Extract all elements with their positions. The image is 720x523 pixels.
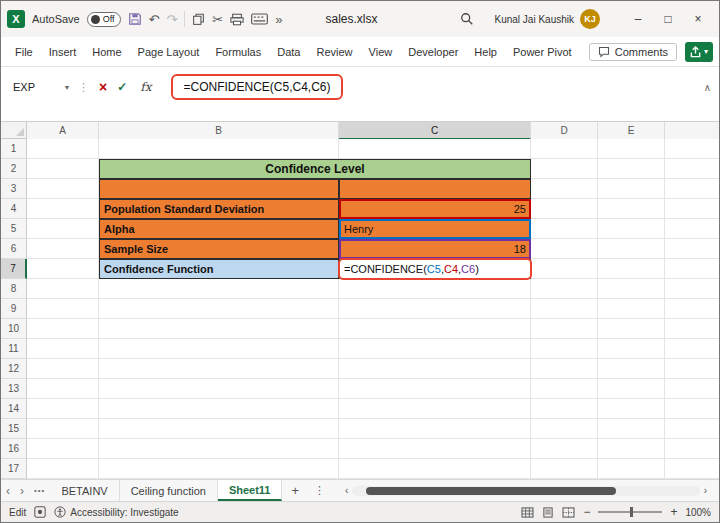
ribbon-tab-view[interactable]: View <box>361 41 401 63</box>
cell-A4[interactable] <box>27 199 99 219</box>
cell-C4[interactable]: 25 <box>339 199 531 219</box>
cell-F17[interactable] <box>665 459 719 479</box>
cell-C13[interactable] <box>339 379 531 399</box>
cell-F1[interactable] <box>665 139 719 159</box>
cell-B11[interactable] <box>99 339 339 359</box>
cell-D8[interactable] <box>531 279 598 299</box>
row-header-11[interactable]: 11 <box>1 339 27 359</box>
cell-F9[interactable] <box>665 299 719 319</box>
cell-A16[interactable] <box>27 439 99 459</box>
cell-D12[interactable] <box>531 359 598 379</box>
enter-entry-button[interactable]: ✓ <box>117 80 127 94</box>
ribbon-tab-file[interactable]: File <box>7 41 41 63</box>
print-icon[interactable] <box>230 13 244 26</box>
macro-record-icon[interactable] <box>34 506 46 518</box>
ribbon-tab-review[interactable]: Review <box>308 41 360 63</box>
cell-A9[interactable] <box>27 299 99 319</box>
cell-C11[interactable] <box>339 339 531 359</box>
formula-input[interactable]: =CONFIDENCE(C5,C4,C6) <box>183 80 330 94</box>
cell-F14[interactable] <box>665 399 719 419</box>
cell-A17[interactable] <box>27 459 99 479</box>
cell-E15[interactable] <box>598 419 665 439</box>
cell-D2[interactable] <box>531 159 598 179</box>
row-header-8[interactable]: 8 <box>1 279 27 299</box>
cell-B5[interactable]: Alpha <box>99 219 339 239</box>
cell-C5[interactable]: Henry <box>339 219 531 239</box>
column-header-E[interactable]: E <box>598 122 665 140</box>
column-header-C[interactable]: C <box>339 122 531 140</box>
cell-E9[interactable] <box>598 299 665 319</box>
cell-A8[interactable] <box>27 279 99 299</box>
sheet-tab-sheet11[interactable]: Sheet11 <box>218 480 283 501</box>
cell-F5[interactable] <box>665 219 719 239</box>
user-account[interactable]: Kunal Jai Kaushik KJ <box>495 9 601 29</box>
cell-C8[interactable] <box>339 279 531 299</box>
undo-icon[interactable]: ↶ <box>149 13 160 26</box>
collapse-formula-bar-icon[interactable]: ∧ <box>704 82 711 93</box>
autosave-toggle[interactable]: Off <box>87 12 121 27</box>
scroll-left-icon[interactable]: ‹ <box>341 485 352 496</box>
sheet-overflow-icon[interactable]: ••• <box>29 486 50 495</box>
cell-F4[interactable] <box>665 199 719 219</box>
cell-C7[interactable]: =CONFIDENCE(C5,C4,C6) <box>339 259 531 279</box>
cell-D6[interactable] <box>531 239 598 259</box>
row-header-14[interactable]: 14 <box>1 399 27 419</box>
cell-B10[interactable] <box>99 319 339 339</box>
formula-bar-menu-icon[interactable]: ⋮ <box>78 81 89 94</box>
redo-icon[interactable]: ↷ <box>166 13 177 26</box>
cell-D16[interactable] <box>531 439 598 459</box>
ribbon-tab-home[interactable]: Home <box>84 41 129 63</box>
accessibility-checker[interactable]: Accessibility: Investigate <box>54 506 178 518</box>
row-header-17[interactable]: 17 <box>1 459 27 479</box>
maximize-button[interactable]: □ <box>653 5 683 33</box>
cell-A11[interactable] <box>27 339 99 359</box>
close-button[interactable]: × <box>683 5 713 33</box>
scrollbar-thumb[interactable] <box>366 487 616 495</box>
row-header-1[interactable]: 1 <box>1 139 27 159</box>
cell-E2[interactable] <box>598 159 665 179</box>
row-header-6[interactable]: 6 <box>1 239 27 259</box>
cell-A7[interactable] <box>27 259 99 279</box>
row-header-2[interactable]: 2 <box>1 159 27 179</box>
zoom-slider-thumb[interactable] <box>630 507 633 517</box>
cell-E17[interactable] <box>598 459 665 479</box>
cell-A6[interactable] <box>27 239 99 259</box>
cell-F16[interactable] <box>665 439 719 459</box>
cell-F8[interactable] <box>665 279 719 299</box>
cell-A5[interactable] <box>27 219 99 239</box>
cell-F10[interactable] <box>665 319 719 339</box>
ribbon-tab-insert[interactable]: Insert <box>41 41 85 63</box>
cell-B9[interactable] <box>99 299 339 319</box>
share-button[interactable]: ▾ <box>685 42 713 62</box>
row-header-7[interactable]: 7 <box>1 259 27 279</box>
cell-E3[interactable] <box>598 179 665 199</box>
row-header-16[interactable]: 16 <box>1 439 27 459</box>
cell-E12[interactable] <box>598 359 665 379</box>
cell-E7[interactable] <box>598 259 665 279</box>
ribbon-tab-page-layout[interactable]: Page Layout <box>130 41 208 63</box>
row-header-3[interactable]: 3 <box>1 179 27 199</box>
cell-B13[interactable] <box>99 379 339 399</box>
keyboard-icon[interactable] <box>251 13 268 25</box>
comments-button[interactable]: Comments <box>589 43 677 61</box>
cell-D1[interactable] <box>531 139 598 159</box>
row-header-4[interactable]: 4 <box>1 199 27 219</box>
cell-D7[interactable] <box>531 259 598 279</box>
cell-E10[interactable] <box>598 319 665 339</box>
zoom-in-button[interactable]: + <box>670 505 677 519</box>
cell-F11[interactable] <box>665 339 719 359</box>
normal-view-icon[interactable] <box>521 507 534 518</box>
ribbon-tab-power-pivot[interactable]: Power Pivot <box>505 41 580 63</box>
row-header-10[interactable]: 10 <box>1 319 27 339</box>
horizontal-scrollbar[interactable]: ‹ › <box>341 485 711 496</box>
cell-A12[interactable] <box>27 359 99 379</box>
cell-B6[interactable]: Sample Size <box>99 239 339 259</box>
page-layout-view-icon[interactable] <box>542 507 554 518</box>
page-break-view-icon[interactable] <box>562 507 575 518</box>
cell-B2[interactable]: Confidence Level <box>99 159 531 179</box>
cell-E16[interactable] <box>598 439 665 459</box>
save-icon[interactable] <box>128 12 142 26</box>
cell-D17[interactable] <box>531 459 598 479</box>
name-box-caret-icon[interactable]: ▾ <box>65 83 69 92</box>
user-avatar[interactable]: KJ <box>580 9 600 29</box>
